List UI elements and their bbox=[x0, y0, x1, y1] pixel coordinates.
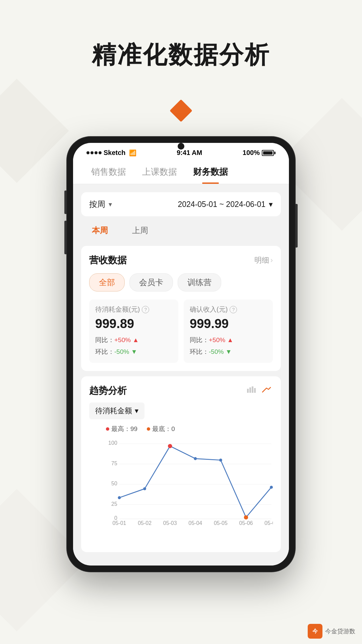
watermark: 今 今金贷游数 bbox=[301, 619, 362, 644]
date-range-label: 2024-05-01 ~ 2024-06-01 bbox=[178, 200, 265, 209]
volume-up-button bbox=[64, 191, 66, 214]
line-chart-button[interactable] bbox=[261, 385, 273, 397]
svg-text:50: 50 bbox=[111, 481, 117, 486]
tab-sales[interactable]: 销售数据 bbox=[83, 160, 134, 184]
bar-chart-button[interactable] bbox=[245, 385, 257, 397]
metric-2-info-icon[interactable]: ? bbox=[230, 306, 237, 313]
revenue-detail-link[interactable]: 明细 › bbox=[254, 255, 273, 265]
trend-section-header: 趋势分析 bbox=[89, 384, 273, 397]
wifi-icon: 📶 bbox=[129, 149, 136, 157]
tab-bar: 销售数据 上课数据 财务数据 bbox=[73, 160, 289, 184]
category-pills: 全部 会员卡 训练营 bbox=[89, 273, 273, 291]
revenue-section-header: 营收数据 明细 › bbox=[89, 254, 273, 267]
metric-1-label: 待消耗金额(元) ? bbox=[95, 305, 172, 314]
chart-point-7 bbox=[270, 486, 273, 489]
signal-dot-4 bbox=[99, 151, 102, 154]
metric-selector[interactable]: 待消耗金额 ▾ bbox=[89, 402, 144, 419]
svg-text:05-05: 05-05 bbox=[214, 520, 228, 526]
revenue-section-title: 营收数据 bbox=[89, 254, 127, 267]
legend-max: 最高：99 bbox=[106, 425, 137, 433]
svg-text:100: 100 bbox=[108, 440, 117, 446]
svg-rect-2 bbox=[252, 386, 253, 393]
category-all-pill[interactable]: 全部 bbox=[89, 273, 125, 291]
svg-text:75: 75 bbox=[111, 461, 117, 466]
phone-notch bbox=[178, 143, 184, 150]
period-dropdown-arrow: ▾ bbox=[109, 200, 112, 208]
date-range-arrow: ▾ bbox=[269, 200, 273, 209]
legend-min-dot bbox=[147, 427, 150, 431]
diamond-decoration bbox=[0, 103, 362, 120]
phone-mockup: Sketch 📶 9:41 AM 100% 销售数据 bbox=[67, 137, 295, 571]
signal-indicator bbox=[86, 151, 102, 154]
chart-point-2 bbox=[143, 487, 146, 490]
chart-point-5 bbox=[219, 459, 222, 462]
hero-section: 精准化数据分析 bbox=[0, 0, 362, 89]
chart-point-max bbox=[168, 444, 172, 448]
period-type-label: 按周 bbox=[89, 199, 105, 210]
power-button bbox=[296, 204, 298, 248]
last-week-button[interactable]: 上周 bbox=[123, 222, 158, 239]
detail-label: 明细 bbox=[254, 255, 269, 265]
svg-rect-1 bbox=[249, 387, 251, 393]
svg-text:05-07: 05-07 bbox=[264, 520, 273, 526]
chart-type-buttons bbox=[245, 385, 273, 397]
battery-fill bbox=[263, 151, 273, 155]
status-bar-right: 100% bbox=[243, 149, 276, 157]
legend-max-label: 最高：99 bbox=[111, 425, 137, 433]
svg-text:05-01: 05-01 bbox=[113, 520, 126, 526]
status-time: 9:41 AM bbox=[177, 149, 202, 157]
svg-text:05-04: 05-04 bbox=[188, 520, 202, 526]
volume-down-button bbox=[64, 221, 66, 254]
metric-selector-arrow: ▾ bbox=[135, 407, 138, 415]
metrics-row: 待消耗金额(元) ? 999.89 同比：+50% ▲ 环比：-50% ▼ bbox=[89, 300, 273, 363]
svg-text:05-02: 05-02 bbox=[138, 520, 152, 526]
svg-rect-3 bbox=[254, 388, 256, 393]
svg-text:05-03: 05-03 bbox=[163, 520, 177, 526]
week-selector: 本周 上周 bbox=[81, 222, 281, 239]
category-member-pill[interactable]: 会员卡 bbox=[129, 273, 173, 291]
trend-chart-svg: 100 75 50 25 0 bbox=[106, 437, 273, 531]
chart-line bbox=[119, 446, 272, 518]
legend-min-label: 最底：0 bbox=[152, 425, 175, 433]
svg-text:25: 25 bbox=[111, 501, 117, 507]
legend-max-dot bbox=[106, 427, 109, 431]
filter-row: 按周 ▾ 2024-05-01 ~ 2024-06-01 ▾ bbox=[81, 192, 281, 216]
chart-legend: 最高：99 最底：0 bbox=[89, 425, 273, 433]
watermark-label: 今金贷游数 bbox=[325, 627, 355, 635]
trend-chart: 100 75 50 25 0 bbox=[89, 437, 273, 544]
signal-dot-3 bbox=[95, 151, 98, 154]
trend-section-card: 趋势分析 bbox=[81, 376, 281, 552]
confirmed-revenue-metric: 确认收入(元) ? 999.99 同比：+50% ▲ 环比：-50% ▼ bbox=[184, 300, 273, 363]
trend-section-title: 趋势分析 bbox=[89, 384, 127, 397]
diamond-shape bbox=[170, 99, 192, 122]
watermark-logo: 今 bbox=[308, 624, 322, 639]
revenue-section-card: 营收数据 明细 › 全部 会员卡 bbox=[81, 246, 281, 371]
battery-body bbox=[262, 150, 274, 156]
metric-1-info-icon[interactable]: ? bbox=[142, 306, 149, 313]
tab-finance[interactable]: 财务数据 bbox=[185, 160, 236, 184]
category-camp-pill[interactable]: 训练营 bbox=[178, 273, 221, 291]
tab-class[interactable]: 上课数据 bbox=[134, 160, 185, 184]
phone-screen: Sketch 📶 9:41 AM 100% 销售数据 bbox=[73, 143, 289, 565]
app-content: 按周 ▾ 2024-05-01 ~ 2024-06-01 ▾ 本周 上周 bbox=[73, 184, 289, 565]
detail-arrow-icon: › bbox=[270, 256, 273, 265]
phone-wrapper: Sketch 📶 9:41 AM 100% 销售数据 bbox=[0, 137, 362, 571]
svg-rect-0 bbox=[247, 389, 249, 393]
hero-title: 精准化数据分析 bbox=[0, 40, 362, 69]
signal-dot-2 bbox=[90, 151, 94, 154]
carrier-name: Sketch bbox=[104, 149, 126, 157]
period-selector[interactable]: 按周 ▾ bbox=[89, 199, 112, 210]
battery-tip bbox=[274, 152, 276, 154]
chart-point-min bbox=[244, 515, 248, 519]
battery-percentage: 100% bbox=[243, 149, 260, 157]
metric-selector-label: 待消耗金额 bbox=[95, 406, 132, 416]
metric-2-compare: 同比：+50% ▲ 环比：-50% ▼ bbox=[190, 334, 267, 357]
chart-point-4 bbox=[194, 457, 197, 460]
this-week-button[interactable]: 本周 bbox=[82, 222, 117, 239]
date-range-selector[interactable]: 2024-05-01 ~ 2024-06-01 ▾ bbox=[178, 200, 273, 209]
signal-dot-1 bbox=[86, 151, 89, 154]
metric-1-value: 999.89 bbox=[95, 317, 172, 331]
metric-2-value: 999.99 bbox=[190, 317, 267, 331]
metric-1-compare: 同比：+50% ▲ 环比：-50% ▼ bbox=[95, 334, 172, 357]
battery-icon bbox=[262, 150, 276, 156]
